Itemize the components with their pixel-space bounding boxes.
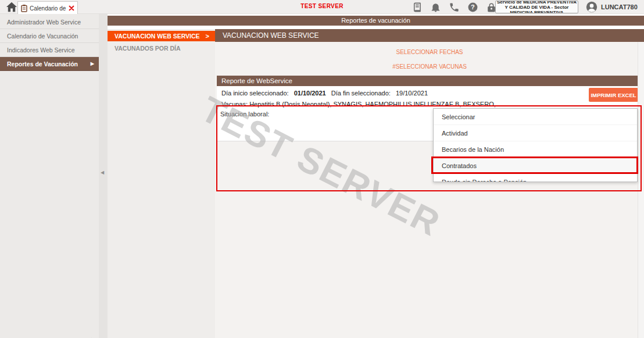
page-title: Reportes de vacunación <box>108 16 644 26</box>
chevron-right-icon: > <box>206 31 215 41</box>
vacunas-value: Hepatitis B (Dosis Neonatal), SYNAGIS, H… <box>249 101 496 108</box>
sidebar-item-label: Reportes de Vacunación <box>7 57 91 71</box>
dropdown-option-deuda[interactable]: Deuda sin Derecho a Pensión <box>434 174 637 182</box>
dropdown-option-becarios[interactable]: Becarios de la Nación <box>434 141 637 158</box>
app-window: Calendario de Va... TEST SERVER ? <box>0 0 644 338</box>
imprimir-excel-button[interactable]: IMPRIMIR EXCEL <box>589 88 638 102</box>
svg-text:?: ? <box>471 3 475 10</box>
home-icon <box>6 2 17 12</box>
avatar-icon <box>586 1 598 13</box>
report-section-title: Reporte de WebService <box>217 76 641 86</box>
link-row: SELECCIONAR FECHAS <box>215 49 644 55</box>
dropdown-option-actividad[interactable]: Actividad <box>434 125 637 141</box>
dropdown-option-contratados[interactable]: Contratados <box>434 158 637 174</box>
clipboard-icon <box>21 4 27 12</box>
seleccionar-fechas-link[interactable]: SELECCIONAR FECHAS <box>396 49 463 55</box>
report-vacunas-row: Vacunas: Hepatitis B (Dosis Neonatal), S… <box>221 101 496 108</box>
bell-icon[interactable] <box>430 2 441 13</box>
book-icon[interactable] <box>412 2 423 13</box>
collapse-sidebar-icon[interactable]: ◀ <box>101 170 104 175</box>
subnav-item-vacunacion-web-service[interactable]: VACUNACION WEB SERVICE > <box>108 31 215 41</box>
sidebar-item-calendario-de-vacunacion[interactable]: Calendario de Vacunación <box>0 29 99 43</box>
username-label: LUNCAT780 <box>601 3 638 10</box>
user-menu[interactable]: LUNCAT780 <box>586 1 638 13</box>
subnav-item-label: VACUNACION WEB SERVICE <box>115 31 206 41</box>
top-bar-icons: ? <box>412 2 497 13</box>
tab-calendario[interactable]: Calendario de Va... <box>17 1 78 15</box>
subnav-item-vacunados-por-dia[interactable]: VACUNADOS POR DÍA <box>108 45 215 54</box>
sidebar-item-reportes-de-vacunacion[interactable]: Reportes de Vacunación ▶ <box>0 57 99 71</box>
link-row: #SELECCIONAR VACUNAS <box>215 63 644 70</box>
tab-label: Calendario de Va... <box>30 5 66 12</box>
home-button[interactable] <box>6 2 19 12</box>
sidebar: Administrador Web Service Calendario de … <box>0 14 99 338</box>
dropdown-option-seleccionar[interactable]: Seleccionar <box>434 109 637 125</box>
sidebar-item-administrador-web-service[interactable]: Administrador Web Service <box>0 15 99 29</box>
sidebar-item-indicadores-web-service[interactable]: Indicadores Web Service <box>0 43 99 57</box>
vertical-scrollbar[interactable] <box>638 42 644 338</box>
phone-icon[interactable] <box>449 2 460 13</box>
sidebar-collapse-strip: ◀ <box>99 14 108 338</box>
close-icon[interactable] <box>69 5 74 11</box>
vacunas-label: Vacunas: <box>221 101 248 108</box>
dia-inicio-value: 01/10/2021 <box>294 90 326 97</box>
service-selector-button[interactable]: Servicio de MEDICINA PREVENTIVA Y CALIDA… <box>495 1 578 13</box>
dia-fin-value: 19/10/2021 <box>396 90 428 97</box>
chevron-right-icon: ▶ <box>91 57 99 71</box>
top-bar: Calendario de Va... TEST SERVER ? <box>0 0 644 14</box>
report-dates-row: Día inicio seleccionado: 01/10/2021 Día … <box>221 90 428 97</box>
dia-fin-label: Día fin seleccionado: <box>331 90 391 97</box>
environment-label: TEST SERVER <box>300 3 344 9</box>
help-icon[interactable]: ? <box>467 2 478 13</box>
service-selector-label: Servicio de MEDICINA PREVENTIVA Y CALIDA… <box>497 1 577 13</box>
situacion-laboral-label: Situacion laboral: <box>220 111 269 118</box>
subnav <box>108 29 215 338</box>
dia-inicio-label: Día inicio seleccionado: <box>221 90 289 97</box>
content-title: VACUNACION WEB SERVICE <box>215 29 644 42</box>
situacion-laboral-dropdown: Seleccionar Actividad Becarios de la Nac… <box>433 108 638 182</box>
seleccionar-vacunas-link[interactable]: #SELECCIONAR VACUNAS <box>392 63 467 70</box>
